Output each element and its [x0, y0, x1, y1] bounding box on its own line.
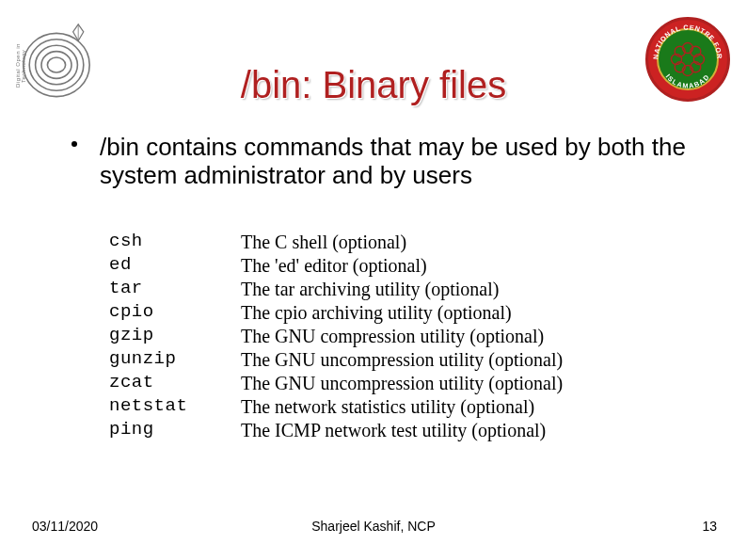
- cmd-name: cpio: [109, 301, 241, 325]
- cmd-name: ed: [109, 254, 241, 278]
- cmd-name: csh: [109, 231, 241, 254]
- table-row: gunzip The GNU uncompression utility (op…: [109, 348, 691, 372]
- cmd-name: ping: [109, 419, 241, 442]
- cmd-desc: The C shell (optional): [241, 231, 406, 254]
- footer-page: 13: [702, 519, 717, 534]
- cmd-name: gzip: [109, 325, 241, 348]
- table-row: gzip The GNU compression utility (option…: [109, 325, 691, 348]
- table-row: ping The ICMP network test utility (opti…: [109, 419, 691, 442]
- table-row: ed The 'ed' editor (optional): [109, 254, 691, 278]
- bullet-text: /bin contains commands that may be used …: [100, 134, 700, 190]
- cmd-desc: The GNU uncompression utility (optional): [241, 372, 563, 395]
- cmd-name: netstat: [109, 395, 241, 419]
- cmd-desc: The GNU compression utility (optional): [241, 325, 544, 348]
- cmd-name: zcat: [109, 372, 241, 395]
- table-row: tar The tar archiving utility (optional): [109, 278, 691, 301]
- slide: Digital Open in Technology NATIONAL CENT…: [0, 0, 747, 560]
- cmd-desc: The ICMP network test utility (optional): [241, 419, 546, 442]
- bullet-block: /bin contains commands that may be used …: [72, 134, 700, 190]
- cmd-desc: The GNU uncompression utility (optional): [241, 348, 563, 372]
- table-row: netstat The network statistics utility (…: [109, 395, 691, 419]
- cmd-desc: The network statistics utility (optional…: [241, 395, 534, 419]
- cmd-name: tar: [109, 278, 241, 301]
- footer-author: Sharjeel Kashif, NCP: [0, 519, 747, 534]
- cmd-desc: The 'ed' editor (optional): [241, 254, 427, 278]
- cmd-desc: The cpio archiving utility (optional): [241, 301, 512, 325]
- slide-title: /bin: Binary files: [0, 64, 747, 106]
- bullet-dot-icon: [72, 141, 77, 147]
- cmd-desc: The tar archiving utility (optional): [241, 278, 499, 301]
- table-row: zcat The GNU uncompression utility (opti…: [109, 372, 691, 395]
- command-table: csh The C shell (optional) ed The 'ed' e…: [109, 231, 691, 442]
- table-row: csh The C shell (optional): [109, 231, 691, 254]
- cmd-name: gunzip: [109, 348, 241, 372]
- table-row: cpio The cpio archiving utility (optiona…: [109, 301, 691, 325]
